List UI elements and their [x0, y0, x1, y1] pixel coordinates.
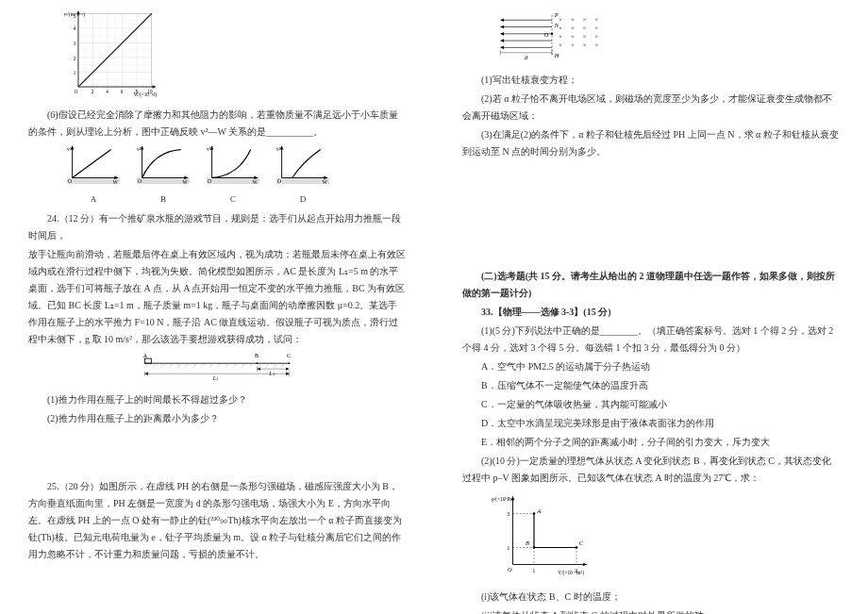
svg-text:O: O [75, 89, 78, 94]
svg-text:×: × [571, 41, 575, 48]
question-24-1: (1)推力作用在瓶子上的时间最长不得超过多少？ [28, 391, 406, 408]
svg-line-77 [153, 363, 157, 367]
svg-text:v²: v² [137, 146, 142, 152]
question-33-head: 33.【物理——选修 3-3】(15 分) [462, 304, 840, 321]
svg-line-81 [185, 363, 189, 367]
svg-text:V/(×10⁻³m³): V/(×10⁻³m³) [558, 570, 584, 576]
left-column: v²/(m²·s⁻²) W/(×10⁻²J) O 2 4 6 8 10 1 2 … [0, 0, 434, 614]
svg-point-155 [533, 546, 536, 549]
svg-point-74 [257, 363, 259, 365]
svg-text:B: B [255, 354, 259, 358]
option-d: v² W O D [275, 144, 330, 207]
question-33-2-head: (2)(10 分)一定质量的理想气体从状态 A 变化到状态 B，再变化到状态 C… [462, 453, 840, 487]
svg-marker-115 [500, 25, 504, 29]
svg-text:×: × [583, 25, 587, 31]
svg-marker-118 [500, 46, 504, 50]
option-d-label: D [275, 191, 330, 207]
option-b-text: B．压缩气体不一定能使气体的温度升高 [462, 377, 840, 394]
svg-marker-114 [500, 18, 504, 22]
svg-text:×: × [559, 25, 562, 31]
svg-line-89 [249, 363, 253, 367]
svg-line-79 [169, 363, 173, 367]
svg-text:6: 6 [121, 89, 124, 94]
question-24-head: 24.（12 分）有一个推矿泉水瓶的游戏节目，规则是：选手们从起点开始用力推瓶一… [28, 210, 406, 244]
svg-line-44 [73, 150, 111, 178]
question-25-3: (3)在满足(2)的条件下，α 粒子和钍核先后经过 PH 上同一点 N，求 α … [462, 126, 840, 160]
svg-text:×: × [583, 33, 587, 40]
svg-text:O: O [277, 178, 281, 184]
svg-text:v²: v² [67, 146, 72, 152]
svg-text:5: 5 [74, 13, 76, 19]
svg-text:C: C [579, 539, 584, 546]
option-a-text: A．空气中 PM2.5 的运动属于分子热运动 [462, 358, 840, 375]
svg-text:N: N [554, 22, 559, 28]
svg-text:×: × [559, 33, 562, 40]
svg-text:O: O [68, 178, 72, 184]
svg-point-75 [289, 363, 291, 365]
option-c-text: C．一定量的气体吸收热量，其内能可能减小 [462, 396, 840, 413]
svg-text:×: × [594, 25, 598, 31]
svg-marker-116 [500, 32, 504, 36]
svg-text:×: × [594, 16, 598, 23]
svg-text:A: A [537, 507, 542, 514]
option-a: v² W O A [66, 144, 121, 207]
svg-text:P: P [554, 13, 559, 18]
svg-text:2: 2 [92, 89, 94, 94]
svg-text:×: × [571, 25, 575, 31]
question-24-body: 放手让瓶向前滑动，若瓶最后停在桌上有效区域内，视为成功；若瓶最后未停在桌上有效区… [28, 246, 406, 348]
svg-text:O: O [544, 31, 549, 38]
svg-text:L₂: L₂ [268, 371, 275, 376]
svg-text:O: O [508, 566, 512, 573]
question-6: (6)假设已经完全消除了摩擦力和其他阻力的影响，若重物质量不满足远小于小车质量的… [28, 107, 406, 141]
svg-line-93 [281, 363, 285, 367]
svg-text:×: × [559, 41, 562, 48]
option-graphs: v² W O A v² W O B [66, 144, 406, 207]
svg-text:3: 3 [74, 41, 76, 46]
svg-line-92 [274, 363, 277, 367]
svg-marker-105 [258, 368, 260, 371]
question-33-2-i: (i)该气体在状态 B、C 时的温度； [462, 589, 840, 606]
pv-diagram: p/(×10⁵Pa) V/(×10⁻³m³) 3 1 1 3 O A B C [491, 492, 594, 577]
svg-line-76 [145, 363, 149, 367]
svg-text:d: d [525, 54, 528, 60]
option-c: v² W O C [206, 144, 260, 207]
svg-text:4: 4 [106, 89, 108, 94]
svg-line-78 [161, 363, 165, 367]
svg-marker-100 [145, 373, 148, 375]
option-b: v² W O B [136, 144, 191, 207]
svg-text:v²: v² [276, 146, 281, 152]
ac-diagram: A B C L₁ L₂ [132, 354, 302, 386]
svg-line-84 [209, 363, 213, 367]
svg-marker-101 [286, 373, 289, 375]
svg-text:1: 1 [507, 544, 509, 551]
svg-text:10: 10 [147, 89, 153, 94]
svg-marker-106 [286, 368, 289, 371]
svg-text:×: × [583, 16, 587, 23]
option-c-label: C [206, 191, 260, 207]
svg-line-87 [233, 363, 237, 367]
question-25-2: (2)若 α 粒子恰不离开电场区域，则磁场的宽度至少为多少，才能保证衰变生成物都… [462, 91, 840, 124]
svg-line-90 [258, 363, 261, 367]
svg-line-86 [225, 363, 229, 367]
svg-text:W: W [253, 179, 259, 184]
svg-text:3: 3 [507, 510, 509, 517]
svg-point-154 [533, 512, 536, 515]
svg-text:A: A [143, 354, 148, 358]
svg-text:×: × [559, 16, 562, 23]
svg-text:8: 8 [135, 89, 138, 94]
svg-text:×: × [571, 33, 575, 40]
svg-text:O: O [138, 178, 142, 184]
svg-line-82 [193, 363, 197, 367]
svg-text:p/(×10⁵Pa): p/(×10⁵Pa) [492, 496, 514, 503]
svg-line-80 [177, 363, 181, 367]
option-a-label: A [66, 191, 121, 207]
svg-text:v²: v² [207, 146, 211, 152]
svg-text:L₁: L₁ [212, 375, 219, 381]
svg-text:2: 2 [74, 56, 76, 61]
option-e-text: E．相邻的两个分子之间的距离减小时，分子间的引力变大，斥力变大 [462, 434, 840, 451]
svg-marker-25 [153, 85, 156, 88]
svg-line-85 [217, 363, 221, 367]
question-25-1: (1)写出钍核衰变方程； [462, 72, 840, 89]
svg-text:1: 1 [532, 567, 535, 573]
svg-text:W: W [113, 179, 119, 184]
